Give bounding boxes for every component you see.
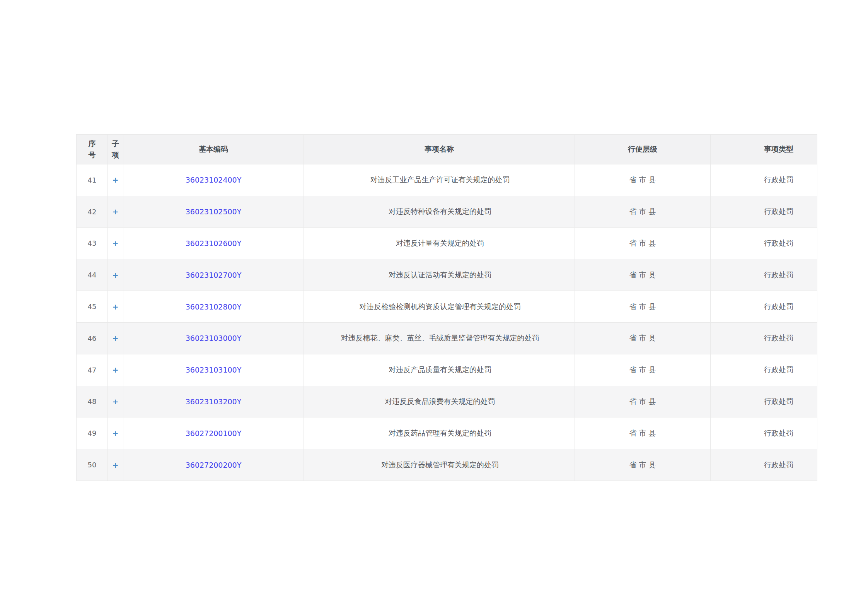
item-code-link[interactable]: 36023102800Y — [186, 303, 242, 311]
table-row: 41 + 36023102400Y 对违反工业产品生产许可证有关规定的处罚 省 … — [77, 164, 817, 196]
code-cell: 36023102800Y — [123, 291, 304, 323]
code-cell: 36023103100Y — [123, 354, 304, 386]
column-header-index: 序 号 — [77, 135, 108, 164]
expand-cell: + — [108, 164, 123, 196]
exercise-level: 省 市 县 — [575, 322, 711, 354]
item-code-link[interactable]: 36027200200Y — [186, 461, 242, 469]
row-index: 41 — [77, 164, 108, 196]
row-index: 44 — [77, 259, 108, 291]
expand-cell: + — [108, 449, 123, 481]
item-name: 对违反计量有关规定的处罚 — [304, 227, 575, 259]
expand-cell: + — [108, 386, 123, 417]
expand-plus-icon[interactable]: + — [113, 176, 119, 184]
item-name: 对违反认证活动有关规定的处罚 — [304, 259, 575, 291]
row-index: 43 — [77, 227, 108, 259]
exercise-level: 省 市 县 — [575, 291, 711, 323]
expand-cell: + — [108, 196, 123, 227]
table-row: 43 + 36023102600Y 对违反计量有关规定的处罚 省 市 县 行政处… — [77, 227, 817, 259]
expand-cell: + — [108, 322, 123, 354]
item-name: 对违反医疗器械管理有关规定的处罚 — [304, 449, 575, 481]
item-name: 对违反工业产品生产许可证有关规定的处罚 — [304, 164, 575, 196]
expand-plus-icon[interactable]: + — [113, 334, 119, 342]
exercise-level: 省 市 县 — [575, 164, 711, 196]
item-name: 对违反产品质量有关规定的处罚 — [304, 354, 575, 386]
item-type: 行政处罚 — [711, 354, 817, 386]
code-cell: 36023103200Y — [123, 386, 304, 417]
expand-plus-icon[interactable]: + — [113, 397, 119, 406]
item-code-link[interactable]: 36023102400Y — [186, 176, 242, 184]
column-header-subitem: 子 项 — [108, 135, 123, 164]
exercise-level: 省 市 县 — [575, 354, 711, 386]
admin-items-table: 序 号 子 项 基本编码 事项名称 行使层级 事项类型 41 + 3602310… — [76, 134, 817, 481]
table-row: 48 + 36023103200Y 对违反反食品浪费有关规定的处罚 省 市 县 … — [77, 386, 817, 417]
row-index: 47 — [77, 354, 108, 386]
table-header-row: 序 号 子 项 基本编码 事项名称 行使层级 事项类型 — [77, 135, 817, 164]
exercise-level: 省 市 县 — [575, 386, 711, 417]
row-index: 45 — [77, 291, 108, 323]
expand-plus-icon[interactable]: + — [113, 366, 119, 374]
expand-cell: + — [108, 417, 123, 449]
item-code-link[interactable]: 36023102500Y — [186, 207, 242, 216]
item-type: 行政处罚 — [711, 417, 817, 449]
expand-plus-icon[interactable]: + — [113, 303, 119, 311]
column-header-level: 行使层级 — [575, 135, 711, 164]
column-header-type: 事项类型 — [711, 135, 817, 164]
table-row: 47 + 36023103100Y 对违反产品质量有关规定的处罚 省 市 县 行… — [77, 354, 817, 386]
code-cell: 36027200200Y — [123, 449, 304, 481]
item-name: 对违反药品管理有关规定的处罚 — [304, 417, 575, 449]
item-type: 行政处罚 — [711, 196, 817, 227]
item-code-link[interactable]: 36023103000Y — [186, 334, 242, 342]
expand-cell: + — [108, 291, 123, 323]
exercise-level: 省 市 县 — [575, 417, 711, 449]
code-cell: 36023102400Y — [123, 164, 304, 196]
expand-plus-icon[interactable]: + — [113, 429, 119, 438]
expand-cell: + — [108, 354, 123, 386]
code-cell: 36023102700Y — [123, 259, 304, 291]
column-header-name: 事项名称 — [304, 135, 575, 164]
code-cell: 36023102600Y — [123, 227, 304, 259]
expand-plus-icon[interactable]: + — [113, 239, 119, 248]
item-code-link[interactable]: 36023103100Y — [186, 366, 242, 374]
item-type: 行政处罚 — [711, 386, 817, 417]
item-code-link[interactable]: 36027200100Y — [186, 429, 242, 438]
page: 序 号 子 项 基本编码 事项名称 行使层级 事项类型 41 + 3602310… — [0, 0, 868, 614]
table-row: 46 + 36023103000Y 对违反棉花、麻类、茧丝、毛绒质量监督管理有关… — [77, 322, 817, 354]
item-code-link[interactable]: 36023102600Y — [186, 239, 242, 248]
item-name: 对违反检验检测机构资质认定管理有关规定的处罚 — [304, 291, 575, 323]
item-type: 行政处罚 — [711, 259, 817, 291]
item-type: 行政处罚 — [711, 449, 817, 481]
exercise-level: 省 市 县 — [575, 227, 711, 259]
item-type: 行政处罚 — [711, 322, 817, 354]
row-index: 42 — [77, 196, 108, 227]
code-cell: 36027200100Y — [123, 417, 304, 449]
expand-cell: + — [108, 259, 123, 291]
expand-plus-icon[interactable]: + — [113, 207, 119, 216]
code-cell: 36023102500Y — [123, 196, 304, 227]
table-row: 50 + 36027200200Y 对违反医疗器械管理有关规定的处罚 省 市 县… — [77, 449, 817, 481]
code-cell: 36023103000Y — [123, 322, 304, 354]
item-code-link[interactable]: 36023103200Y — [186, 397, 242, 406]
table-row: 42 + 36023102500Y 对违反特种设备有关规定的处罚 省 市 县 行… — [77, 196, 817, 227]
exercise-level: 省 市 县 — [575, 259, 711, 291]
row-index: 46 — [77, 322, 108, 354]
expand-plus-icon[interactable]: + — [113, 271, 119, 279]
table-row: 45 + 36023102800Y 对违反检验检测机构资质认定管理有关规定的处罚… — [77, 291, 817, 323]
item-name: 对违反棉花、麻类、茧丝、毛绒质量监督管理有关规定的处罚 — [304, 322, 575, 354]
row-index: 49 — [77, 417, 108, 449]
row-index: 50 — [77, 449, 108, 481]
expand-cell: + — [108, 227, 123, 259]
expand-plus-icon[interactable]: + — [113, 461, 119, 469]
item-name: 对违反特种设备有关规定的处罚 — [304, 196, 575, 227]
exercise-level: 省 市 县 — [575, 449, 711, 481]
column-header-code: 基本编码 — [123, 135, 304, 164]
exercise-level: 省 市 县 — [575, 196, 711, 227]
item-name: 对违反反食品浪费有关规定的处罚 — [304, 386, 575, 417]
table-row: 49 + 36027200100Y 对违反药品管理有关规定的处罚 省 市 县 行… — [77, 417, 817, 449]
item-type: 行政处罚 — [711, 164, 817, 196]
item-type: 行政处罚 — [711, 227, 817, 259]
table-row: 44 + 36023102700Y 对违反认证活动有关规定的处罚 省 市 县 行… — [77, 259, 817, 291]
item-type: 行政处罚 — [711, 291, 817, 323]
item-code-link[interactable]: 36023102700Y — [186, 271, 242, 279]
row-index: 48 — [77, 386, 108, 417]
